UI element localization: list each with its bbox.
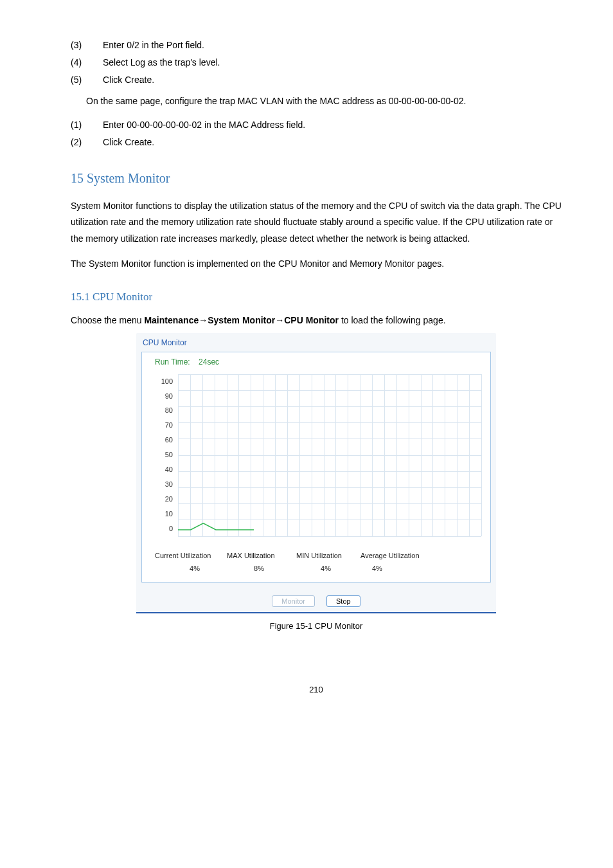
paragraph: System Monitor functions to display the … [71, 198, 562, 247]
list-item: (4) Select Log as the trap's level. [71, 56, 562, 69]
monitor-button[interactable]: Monitor [272, 595, 315, 607]
stop-button[interactable]: Stop [326, 595, 360, 607]
section-heading: 15 System Monitor [71, 168, 562, 188]
legend-avg: Average Utilization [360, 550, 438, 561]
item-text: Enter 0/2 in the Port field. [103, 39, 204, 52]
legend-row: Current Utilization MAX Utilization MIN … [148, 549, 484, 561]
value-min: 4% [296, 563, 355, 574]
list-item: (1) Enter 00-00-00-00-00-02 in the MAC A… [71, 118, 562, 132]
value-avg: 4% [360, 563, 438, 574]
page-number: 210 [71, 683, 562, 696]
cpu-chart: 100 90 80 70 60 50 40 30 20 10 0 [148, 370, 484, 544]
list-item: (3) Enter 0/2 in the Port field. [71, 39, 562, 52]
list-item: (5) Click Create. [71, 73, 562, 87]
legend-max: MAX Utilization [227, 550, 291, 561]
value-current: 4% [155, 563, 222, 574]
cpu-monitor-panel: CPU Monitor Run Time: 24sec 100 90 80 70… [136, 333, 496, 613]
value-max: 8% [227, 563, 291, 574]
item-num: (3) [71, 39, 94, 52]
values-row: 4% 8% 4% 4% [148, 561, 484, 575]
y-axis-labels: 100 90 80 70 60 50 40 30 20 10 0 [154, 378, 173, 532]
item-text: Click Create. [103, 136, 154, 149]
item-text: Enter 00-00-00-00-00-02 in the MAC Addre… [103, 118, 305, 132]
chart-line [178, 374, 481, 536]
item-text: Select Log as the trap's level. [103, 56, 220, 69]
panel-title: CPU Monitor [136, 333, 496, 350]
item-num: (4) [71, 56, 94, 69]
figure-caption: Figure 15-1 CPU Monitor [71, 620, 562, 633]
menu-path: Choose the menu Maintenance→System Monit… [71, 312, 562, 329]
paragraph: The System Monitor function is implement… [71, 256, 562, 272]
runtime-value: 24sec [199, 357, 219, 366]
runtime-label: Run Time: [155, 357, 190, 366]
item-num: (1) [71, 118, 94, 132]
list-item: (2) Click Create. [71, 136, 562, 149]
subsection-heading: 15.1 CPU Monitor [71, 289, 562, 305]
item-num: (5) [71, 73, 94, 87]
runtime-row: Run Time: 24sec [148, 356, 484, 368]
sub-intro: On the same page, configure the trap MAC… [71, 93, 562, 109]
item-num: (2) [71, 136, 94, 149]
legend-min: MIN Utilization [296, 550, 355, 561]
item-text: Click Create. [103, 73, 154, 87]
legend-current: Current Utilization [155, 550, 222, 561]
